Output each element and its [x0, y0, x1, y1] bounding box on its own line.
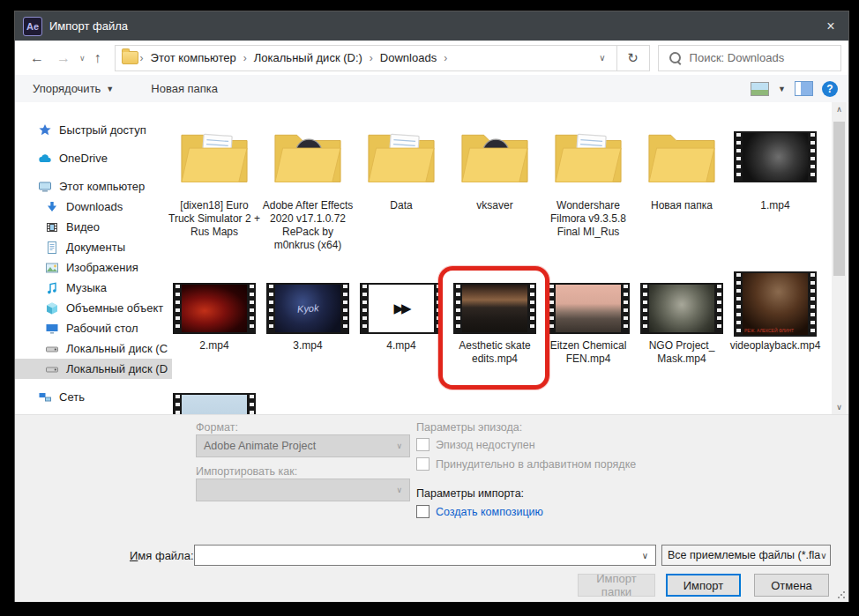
forward-button[interactable]: →	[50, 50, 77, 66]
document-icon	[45, 241, 60, 255]
file-item[interactable]: РЕЖ. АЛЕКСЕЙ ФЛИНТ videoplayback.mp4	[728, 280, 822, 390]
scroll-down-icon[interactable]: ∨	[836, 400, 842, 414]
breadcrumb-item[interactable]: Downloads	[375, 51, 442, 64]
video-thumbnail	[542, 280, 635, 337]
close-button[interactable]: ×	[813, 11, 848, 41]
sidebar-item-quick-access[interactable]: Быстрый доступ	[15, 120, 172, 140]
chevron-down-icon[interactable]: ∨	[635, 551, 655, 560]
back-button[interactable]: ←	[24, 50, 50, 66]
command-toolbar: Упорядочить ▼ Новая папка ▼ ?	[15, 75, 848, 103]
file-item[interactable]: ▶▶ 4.mp4	[355, 280, 448, 390]
file-item[interactable]: Wondershare Filmora v9.3.5.8 Final MI_Ru…	[542, 117, 635, 280]
folder-icon	[448, 117, 542, 197]
up-button[interactable]: ↑	[88, 50, 108, 66]
resize-grip[interactable]	[837, 590, 846, 599]
file-name: vksaver	[448, 199, 542, 212]
sidebar: Быстрый доступ OneDrive Этот компьютер D…	[15, 102, 172, 414]
history-dropdown-icon[interactable]: ∨	[77, 54, 88, 63]
chevron-down-icon: ∨	[396, 486, 402, 494]
episode-unavailable-checkbox[interactable]	[416, 438, 430, 451]
organize-caret-icon: ▼	[106, 85, 114, 93]
breadcrumb-separator-icon: ›	[138, 52, 146, 64]
filetype-select[interactable]: Все приемлемые файлы (*.fla ∨	[661, 545, 831, 566]
create-composition-row: Создать композицию	[416, 505, 543, 518]
video-thumbnail: РЕЖ. АЛЕКСЕЙ ФЛИНТ	[728, 280, 822, 337]
search-icon	[669, 52, 681, 63]
import-as-select[interactable]: ∨	[196, 479, 410, 501]
folder-icon	[261, 117, 355, 197]
breadcrumb-item[interactable]: Локальный диск (D:)	[249, 51, 368, 64]
video-thumbnail	[635, 280, 728, 337]
sidebar-item-local-disk-d[interactable]: Локальный диск (D	[15, 359, 172, 379]
file-name: Adobe After Effects 2020 v17.1.0.72 RePa…	[261, 199, 355, 252]
file-name: Wondershare Filmora v9.3.5.8 Final MI_Ru…	[542, 199, 635, 239]
address-dropdown-icon[interactable]: ∨	[588, 53, 616, 63]
preview-pane-icon[interactable]	[795, 81, 813, 96]
file-item[interactable]: [dixen18] Euro Truck Simulator 2 + Rus M…	[168, 117, 261, 280]
file-item[interactable]: NGO Project_ Mask.mp4	[635, 280, 728, 390]
sidebar-item-downloads[interactable]: Downloads	[15, 197, 172, 217]
scroll-up-icon[interactable]: ∧	[836, 102, 842, 116]
organize-button[interactable]: Упорядочить ▼	[24, 82, 123, 95]
folder-icon	[355, 117, 448, 197]
help-button[interactable]: ?	[822, 81, 838, 97]
file-name: Data	[355, 199, 448, 212]
file-item[interactable]: Data	[355, 117, 448, 280]
sidebar-item-onedrive[interactable]: OneDrive	[15, 148, 172, 168]
file-item[interactable]: Новая папка	[635, 117, 728, 280]
sidebar-item-desktop[interactable]: Рабочий стол	[15, 318, 172, 338]
file-item[interactable]: vksaver	[448, 117, 542, 280]
view-dropdown-caret-icon[interactable]: ▼	[778, 85, 786, 93]
file-item[interactable]: 2.mp4	[168, 280, 261, 390]
file-name: NGO Project_ Mask.mp4	[635, 339, 728, 366]
new-folder-button[interactable]: Новая папка	[142, 82, 227, 95]
sidebar-item-documents[interactable]: Документы	[15, 237, 172, 257]
sidebar-item-music[interactable]: Музыка	[15, 278, 172, 298]
file-item[interactable]: 1.mp4	[728, 117, 822, 280]
address-bar[interactable]: ›Этот компьютер›Локальный диск (D:)›Down…	[115, 45, 617, 71]
folder-icon	[122, 51, 138, 64]
file-name: Aesthetic skate edits.mp4	[448, 339, 542, 366]
sidebar-item-local-disk-c[interactable]: Локальный диск (C	[15, 338, 172, 359]
file-item[interactable]	[168, 390, 261, 414]
scrollbar-thumb[interactable]	[833, 122, 845, 276]
video-thumbnail: ▶▶	[355, 280, 448, 337]
star-icon	[38, 123, 53, 137]
file-item[interactable]: Kyok 3.mp4	[261, 280, 355, 390]
create-composition-link[interactable]: Создать композицию	[436, 506, 543, 518]
sidebar-item-network[interactable]: Сеть	[15, 387, 172, 407]
breadcrumb-separator-icon: ›	[368, 52, 375, 64]
file-item[interactable]: Aesthetic skate edits.mp4	[448, 280, 542, 390]
sidebar-item-videos[interactable]: Видео	[15, 217, 172, 237]
video-thumbnail	[168, 280, 261, 337]
force-alphabetical-row: Принудительно в алфавитном порядке	[416, 457, 636, 471]
file-name: Новая папка	[635, 199, 728, 212]
refresh-button[interactable]: ↻	[617, 45, 650, 71]
view-thumbnails-icon[interactable]	[751, 82, 769, 96]
sidebar-item-objects-3d[interactable]: Объемные объект	[15, 298, 172, 318]
music-icon	[45, 281, 60, 295]
cancel-button[interactable]: Отмена	[754, 574, 829, 597]
filename-input[interactable]	[195, 545, 635, 565]
force-alphabetical-checkbox[interactable]	[416, 457, 430, 471]
window-title: Импорт файла	[49, 19, 128, 33]
video-thumbnail: Kyok	[261, 280, 355, 337]
file-item[interactable]: Eitzen Chemical FEN.mp4	[542, 280, 635, 390]
format-select[interactable]: Adobe Animate Project ∨	[196, 434, 410, 457]
vertical-scrollbar[interactable]: ∧ ∨	[832, 102, 847, 414]
navigation-bar: ← → ∨ ↑ ›Этот компьютер›Локальный диск (…	[15, 41, 848, 76]
import-folder-button[interactable]: Импорт папки	[578, 574, 655, 597]
create-composition-checkbox[interactable]	[416, 505, 430, 518]
file-name: 2.mp4	[168, 339, 261, 353]
filename-label: Имя файла:	[130, 549, 194, 562]
sidebar-item-pictures[interactable]: Изображения	[15, 257, 172, 278]
import-button[interactable]: Импорт	[666, 574, 741, 597]
file-name: videoplayback.mp4	[728, 339, 822, 353]
search-input[interactable]	[688, 50, 824, 65]
disk-icon	[45, 362, 60, 376]
file-name: 1.mp4	[728, 199, 822, 212]
folder-icon	[635, 117, 728, 197]
sidebar-item-this-pc[interactable]: Этот компьютер	[15, 176, 172, 197]
file-item[interactable]: Adobe After Effects 2020 v17.1.0.72 RePa…	[261, 117, 355, 280]
breadcrumb-item[interactable]: Этот компьютер	[146, 51, 242, 64]
